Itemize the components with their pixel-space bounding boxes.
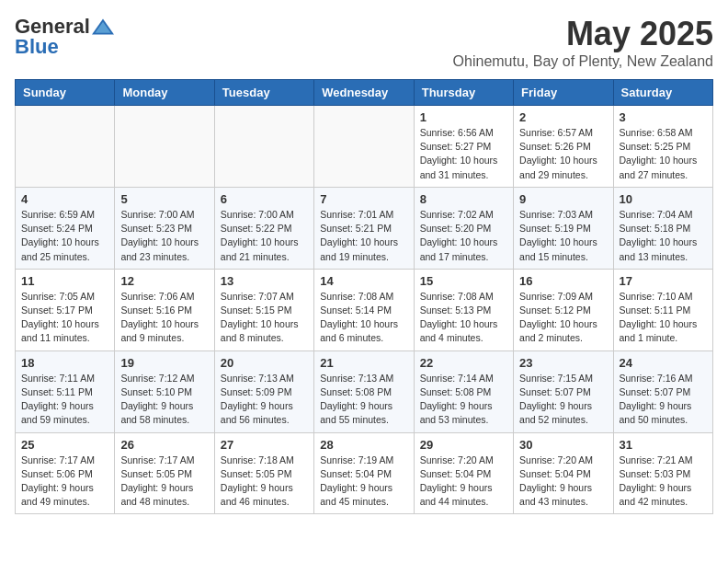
- calendar-cell: 31Sunrise: 7:21 AM Sunset: 5:03 PM Dayli…: [613, 432, 712, 514]
- calendar-cell: 28Sunrise: 7:19 AM Sunset: 5:04 PM Dayli…: [314, 432, 414, 514]
- day-number: 28: [320, 438, 407, 452]
- calendar-cell: 14Sunrise: 7:08 AM Sunset: 5:14 PM Dayli…: [314, 269, 414, 350]
- calendar-week-row: 1Sunrise: 6:56 AM Sunset: 5:27 PM Daylig…: [16, 106, 713, 188]
- calendar-cell: 11Sunrise: 7:05 AM Sunset: 5:17 PM Dayli…: [16, 269, 115, 350]
- weekday-header-monday: Monday: [115, 80, 214, 106]
- day-info: Sunrise: 7:00 AM Sunset: 5:22 PM Dayligh…: [221, 208, 308, 264]
- day-info: Sunrise: 6:57 AM Sunset: 5:26 PM Dayligh…: [519, 126, 607, 182]
- calendar-week-row: 25Sunrise: 7:17 AM Sunset: 5:06 PM Dayli…: [16, 432, 713, 514]
- day-number: 13: [221, 274, 308, 288]
- day-info: Sunrise: 7:08 AM Sunset: 5:14 PM Dayligh…: [320, 290, 407, 346]
- day-number: 6: [221, 192, 308, 206]
- location-subtitle: Ohinemutu, Bay of Plenty, New Zealand: [453, 53, 713, 70]
- calendar-cell: 24Sunrise: 7:16 AM Sunset: 5:07 PM Dayli…: [613, 350, 712, 432]
- day-number: 7: [320, 192, 407, 206]
- day-info: Sunrise: 7:16 AM Sunset: 5:07 PM Dayligh…: [620, 372, 707, 428]
- weekday-header-wednesday: Wednesday: [314, 80, 414, 106]
- weekday-header-sunday: Sunday: [16, 80, 115, 106]
- logo-blue-text: Blue: [15, 35, 59, 59]
- calendar-cell: 25Sunrise: 7:17 AM Sunset: 5:06 PM Dayli…: [16, 432, 115, 514]
- day-info: Sunrise: 6:59 AM Sunset: 5:24 PM Dayligh…: [21, 208, 108, 264]
- calendar-cell: 26Sunrise: 7:17 AM Sunset: 5:05 PM Dayli…: [115, 432, 214, 514]
- day-info: Sunrise: 7:11 AM Sunset: 5:11 PM Dayligh…: [21, 372, 108, 428]
- day-number: 8: [420, 192, 507, 206]
- day-info: Sunrise: 7:08 AM Sunset: 5:13 PM Dayligh…: [420, 290, 507, 346]
- day-number: 29: [420, 438, 507, 452]
- day-info: Sunrise: 7:15 AM Sunset: 5:07 PM Dayligh…: [519, 372, 607, 428]
- day-info: Sunrise: 7:03 AM Sunset: 5:19 PM Dayligh…: [519, 208, 607, 264]
- calendar-cell: 23Sunrise: 7:15 AM Sunset: 5:07 PM Dayli…: [514, 350, 613, 432]
- calendar-cell: 1Sunrise: 6:56 AM Sunset: 5:27 PM Daylig…: [414, 106, 513, 188]
- day-number: 31: [620, 438, 707, 452]
- day-number: 4: [21, 192, 108, 206]
- day-number: 10: [620, 192, 707, 206]
- weekday-header-friday: Friday: [514, 80, 613, 106]
- day-info: Sunrise: 7:17 AM Sunset: 5:05 PM Dayligh…: [120, 454, 208, 510]
- calendar-cell: 12Sunrise: 7:06 AM Sunset: 5:16 PM Dayli…: [115, 269, 214, 350]
- day-number: 9: [519, 192, 607, 206]
- day-number: 12: [120, 274, 208, 288]
- calendar-cell: 17Sunrise: 7:10 AM Sunset: 5:11 PM Dayli…: [613, 269, 712, 350]
- day-number: 20: [221, 356, 308, 370]
- day-number: 16: [519, 274, 607, 288]
- day-number: 27: [221, 438, 308, 452]
- day-number: 5: [120, 192, 208, 206]
- logo: General Blue: [15, 15, 114, 59]
- day-number: 22: [420, 356, 507, 370]
- calendar-cell: 16Sunrise: 7:09 AM Sunset: 5:12 PM Dayli…: [514, 269, 613, 350]
- calendar-cell: 18Sunrise: 7:11 AM Sunset: 5:11 PM Dayli…: [16, 350, 115, 432]
- calendar-cell: 27Sunrise: 7:18 AM Sunset: 5:05 PM Dayli…: [214, 432, 313, 514]
- day-number: 21: [320, 356, 407, 370]
- calendar-cell: 9Sunrise: 7:03 AM Sunset: 5:19 PM Daylig…: [514, 187, 613, 269]
- day-number: 1: [420, 110, 507, 124]
- day-number: 2: [519, 110, 607, 124]
- day-info: Sunrise: 7:20 AM Sunset: 5:04 PM Dayligh…: [519, 454, 607, 510]
- day-number: 3: [620, 110, 707, 124]
- calendar-cell: 29Sunrise: 7:20 AM Sunset: 5:04 PM Dayli…: [414, 432, 513, 514]
- weekday-header-saturday: Saturday: [613, 80, 712, 106]
- day-info: Sunrise: 7:02 AM Sunset: 5:20 PM Dayligh…: [420, 208, 507, 264]
- day-info: Sunrise: 7:09 AM Sunset: 5:12 PM Dayligh…: [519, 290, 607, 346]
- calendar-week-row: 4Sunrise: 6:59 AM Sunset: 5:24 PM Daylig…: [16, 187, 713, 269]
- calendar-table: SundayMondayTuesdayWednesdayThursdayFrid…: [15, 79, 713, 514]
- day-info: Sunrise: 7:20 AM Sunset: 5:04 PM Dayligh…: [420, 454, 507, 510]
- calendar-cell: 21Sunrise: 7:13 AM Sunset: 5:08 PM Dayli…: [314, 350, 414, 432]
- day-info: Sunrise: 7:00 AM Sunset: 5:23 PM Dayligh…: [120, 208, 208, 264]
- weekday-header-thursday: Thursday: [414, 80, 513, 106]
- calendar-cell: 6Sunrise: 7:00 AM Sunset: 5:22 PM Daylig…: [214, 187, 313, 269]
- day-number: 18: [21, 356, 108, 370]
- day-number: 17: [620, 274, 707, 288]
- calendar-cell: [314, 106, 414, 188]
- calendar-cell: [214, 106, 313, 188]
- month-title: May 2025: [453, 15, 713, 53]
- day-info: Sunrise: 7:18 AM Sunset: 5:05 PM Dayligh…: [221, 454, 308, 510]
- day-number: 24: [620, 356, 707, 370]
- day-number: 15: [420, 274, 507, 288]
- day-number: 11: [21, 274, 108, 288]
- day-info: Sunrise: 7:19 AM Sunset: 5:04 PM Dayligh…: [320, 454, 407, 510]
- day-info: Sunrise: 6:58 AM Sunset: 5:25 PM Dayligh…: [620, 126, 707, 182]
- calendar-week-row: 18Sunrise: 7:11 AM Sunset: 5:11 PM Dayli…: [16, 350, 713, 432]
- day-info: Sunrise: 7:01 AM Sunset: 5:21 PM Dayligh…: [320, 208, 407, 264]
- logo-icon: [92, 16, 114, 38]
- day-info: Sunrise: 7:05 AM Sunset: 5:17 PM Dayligh…: [21, 290, 108, 346]
- calendar-cell: [16, 106, 115, 188]
- day-info: Sunrise: 7:10 AM Sunset: 5:11 PM Dayligh…: [620, 290, 707, 346]
- calendar-cell: 5Sunrise: 7:00 AM Sunset: 5:23 PM Daylig…: [115, 187, 214, 269]
- day-number: 30: [519, 438, 607, 452]
- day-info: Sunrise: 6:56 AM Sunset: 5:27 PM Dayligh…: [420, 126, 507, 182]
- calendar-cell: 19Sunrise: 7:12 AM Sunset: 5:10 PM Dayli…: [115, 350, 214, 432]
- calendar-cell: 15Sunrise: 7:08 AM Sunset: 5:13 PM Dayli…: [414, 269, 513, 350]
- day-number: 19: [120, 356, 208, 370]
- calendar-cell: 10Sunrise: 7:04 AM Sunset: 5:18 PM Dayli…: [613, 187, 712, 269]
- calendar-cell: 4Sunrise: 6:59 AM Sunset: 5:24 PM Daylig…: [16, 187, 115, 269]
- day-number: 14: [320, 274, 407, 288]
- calendar-cell: 30Sunrise: 7:20 AM Sunset: 5:04 PM Dayli…: [514, 432, 613, 514]
- day-info: Sunrise: 7:12 AM Sunset: 5:10 PM Dayligh…: [120, 372, 208, 428]
- calendar-week-row: 11Sunrise: 7:05 AM Sunset: 5:17 PM Dayli…: [16, 269, 713, 350]
- calendar-cell: 2Sunrise: 6:57 AM Sunset: 5:26 PM Daylig…: [514, 106, 613, 188]
- weekday-header-tuesday: Tuesday: [214, 80, 313, 106]
- calendar-cell: 3Sunrise: 6:58 AM Sunset: 5:25 PM Daylig…: [613, 106, 712, 188]
- day-info: Sunrise: 7:21 AM Sunset: 5:03 PM Dayligh…: [620, 454, 707, 510]
- calendar-cell: 8Sunrise: 7:02 AM Sunset: 5:20 PM Daylig…: [414, 187, 513, 269]
